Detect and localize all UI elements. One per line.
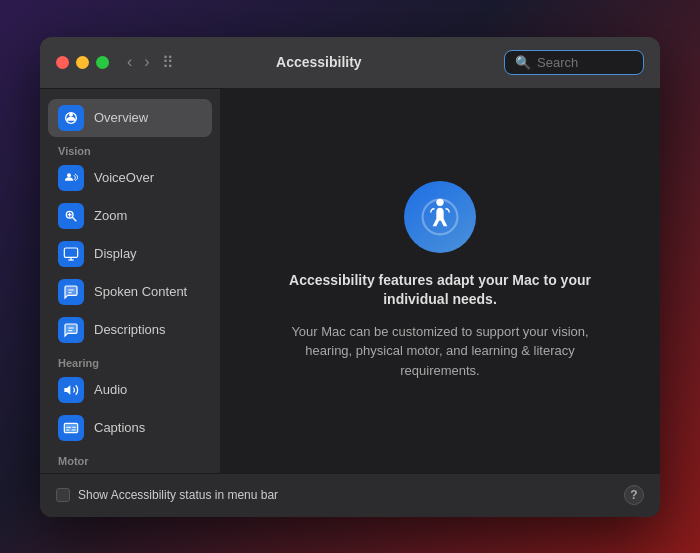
search-icon: 🔍 — [515, 55, 531, 70]
forward-button[interactable]: › — [140, 51, 153, 73]
menu-bar-checkbox[interactable] — [56, 488, 70, 502]
descriptions-icon — [58, 317, 84, 343]
display-label: Display — [94, 246, 137, 261]
spoken-content-icon — [58, 279, 84, 305]
minimize-button[interactable] — [76, 56, 89, 69]
zoom-icon — [58, 203, 84, 229]
overview-label: Overview — [94, 110, 148, 125]
titlebar: ‹ › ⠿ Accessibility 🔍 — [40, 37, 660, 89]
search-input[interactable] — [537, 55, 637, 70]
nav-buttons: ‹ › — [123, 51, 154, 73]
overview-icon — [58, 105, 84, 131]
svg-rect-14 — [64, 423, 77, 432]
spoken-content-label: Spoken Content — [94, 284, 187, 299]
captions-label: Captions — [94, 420, 145, 435]
help-button[interactable]: ? — [624, 485, 644, 505]
body: Overview Vision VoiceOver — [40, 89, 660, 473]
sidebar-item-zoom[interactable]: Zoom — [48, 197, 212, 235]
voiceover-label: VoiceOver — [94, 170, 154, 185]
main-headline: Accessibility features adapt your Mac to… — [280, 271, 600, 310]
sidebar-item-audio[interactable]: Audio — [48, 371, 212, 409]
sidebar-item-spoken-content[interactable]: Spoken Content — [48, 273, 212, 311]
footer: Show Accessibility status in menu bar ? — [40, 473, 660, 517]
hearing-section-header: Hearing — [48, 349, 212, 371]
accessibility-figure-svg — [418, 195, 462, 239]
svg-line-4 — [72, 217, 76, 221]
svg-rect-7 — [64, 248, 77, 257]
descriptions-label: Descriptions — [94, 322, 166, 337]
checkbox-area: Show Accessibility status in menu bar — [56, 488, 624, 502]
display-icon — [58, 241, 84, 267]
window-title: Accessibility — [174, 54, 464, 70]
maximize-button[interactable] — [96, 56, 109, 69]
motor-section-header: Motor — [48, 447, 212, 469]
vision-section-header: Vision — [48, 137, 212, 159]
sidebar-item-descriptions[interactable]: Descriptions — [48, 311, 212, 349]
accessibility-circle-icon — [404, 181, 476, 253]
captions-icon — [58, 415, 84, 441]
voiceover-icon — [58, 165, 84, 191]
sidebar-item-overview[interactable]: Overview — [48, 99, 212, 137]
close-button[interactable] — [56, 56, 69, 69]
zoom-label: Zoom — [94, 208, 127, 223]
main-window: ‹ › ⠿ Accessibility 🔍 Overview — [40, 37, 660, 517]
sidebar-item-display[interactable]: Display — [48, 235, 212, 273]
main-description: Your Mac can be customized to support yo… — [280, 322, 600, 381]
checkbox-label: Show Accessibility status in menu bar — [78, 488, 278, 502]
audio-icon — [58, 377, 84, 403]
audio-label: Audio — [94, 382, 127, 397]
search-box[interactable]: 🔍 — [504, 50, 644, 75]
sidebar-item-captions[interactable]: Captions — [48, 409, 212, 447]
sidebar-item-voiceover[interactable]: VoiceOver — [48, 159, 212, 197]
main-content-area: Accessibility features adapt your Mac to… — [220, 89, 660, 473]
apps-grid-icon[interactable]: ⠿ — [162, 53, 174, 72]
svg-point-2 — [67, 173, 71, 177]
traffic-lights — [56, 56, 109, 69]
back-button[interactable]: ‹ — [123, 51, 136, 73]
sidebar: Overview Vision VoiceOver — [40, 89, 220, 473]
